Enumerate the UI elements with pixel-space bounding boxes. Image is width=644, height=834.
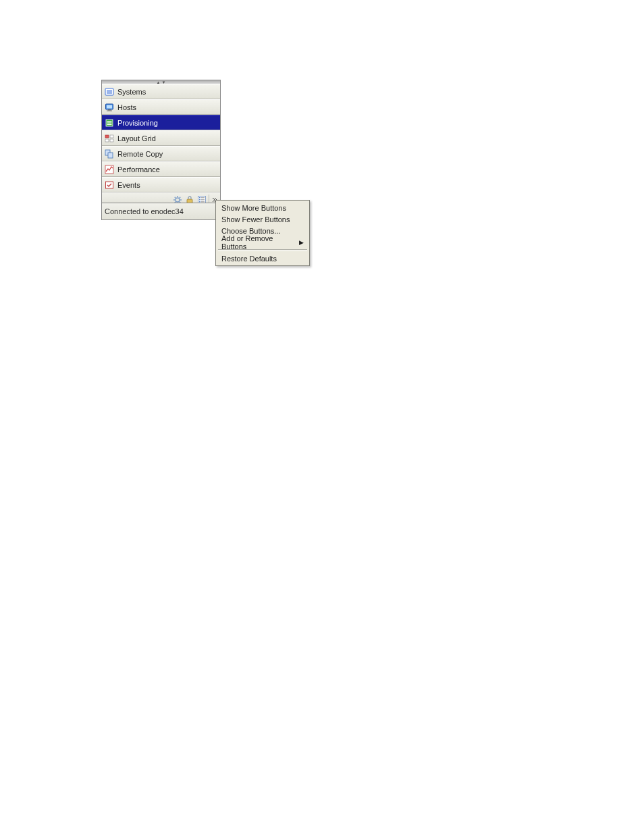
menu-item-label: Add or Remove Buttons [221, 234, 299, 251]
caret-up-icon: ▲ [157, 80, 161, 84]
nav-item-label: Hosts [117, 103, 136, 111]
svg-rect-12 [110, 139, 113, 142]
nav-item-label: Performance [117, 165, 160, 174]
svg-point-17 [176, 198, 180, 202]
svg-rect-2 [107, 105, 112, 108]
nav-item-performance[interactable]: Performance [102, 161, 220, 177]
svg-rect-11 [105, 139, 109, 142]
svg-rect-4 [107, 110, 112, 111]
svg-line-25 [179, 197, 180, 197]
performance-icon [105, 165, 114, 174]
nav-item-layout-grid[interactable]: Layout Grid [102, 130, 220, 146]
context-menu: Show More Buttons Show Fewer Buttons Cho… [215, 200, 310, 266]
menu-item-label: Restore Defaults [221, 255, 277, 263]
svg-rect-28 [199, 197, 200, 199]
provisioning-icon [105, 118, 114, 128]
navigation-panel: ▲ ▼ Systems Hosts Provisioning Layout Gr… [101, 80, 221, 207]
nav-item-provisioning[interactable]: Provisioning [102, 115, 220, 130]
svg-rect-33 [201, 201, 205, 203]
nav-item-systems[interactable]: Systems [102, 84, 220, 99]
menu-item-label: Show More Buttons [221, 204, 286, 212]
svg-rect-10 [110, 135, 113, 138]
svg-rect-9 [105, 135, 109, 138]
nav-item-events[interactable]: Events [102, 177, 220, 192]
svg-rect-14 [108, 153, 113, 158]
status-text: Connected to enodec34 [105, 207, 184, 215]
nav-item-label: Layout Grid [117, 134, 156, 142]
menu-item-show-fewer-buttons[interactable]: Show Fewer Buttons [217, 213, 308, 225]
status-bar: Connected to enodec34 [101, 203, 226, 220]
nav-item-label: Events [117, 181, 140, 189]
menu-item-label: Show Fewer Buttons [221, 215, 290, 224]
hosts-icon [105, 103, 114, 112]
nav-item-label: Systems [117, 88, 146, 96]
svg-rect-7 [107, 122, 112, 123]
nav-item-hosts[interactable]: Hosts [102, 99, 220, 115]
svg-rect-29 [201, 197, 205, 199]
svg-rect-8 [107, 124, 112, 124]
svg-rect-6 [107, 121, 112, 122]
nav-item-label: Provisioning [117, 119, 158, 127]
nav-item-remote-copy[interactable]: Remote Copy [102, 146, 220, 161]
remote-copy-icon [105, 149, 114, 159]
events-icon [105, 180, 114, 190]
nav-item-label: Remote Copy [117, 150, 163, 158]
svg-rect-30 [199, 199, 200, 201]
svg-line-22 [174, 197, 175, 197]
svg-rect-3 [108, 109, 111, 111]
submenu-arrow-icon: ▶ [299, 239, 304, 246]
svg-rect-32 [199, 201, 200, 203]
menu-item-add-remove-buttons[interactable]: Add or Remove Buttons ▶ [217, 236, 308, 248]
menu-item-show-more-buttons[interactable]: Show More Buttons [217, 202, 308, 213]
menu-item-restore-defaults[interactable]: Restore Defaults [217, 253, 308, 264]
caret-down-icon: ▼ [162, 80, 166, 84]
svg-rect-31 [201, 199, 205, 201]
systems-icon [105, 87, 114, 97]
layout-grid-icon [105, 134, 114, 143]
